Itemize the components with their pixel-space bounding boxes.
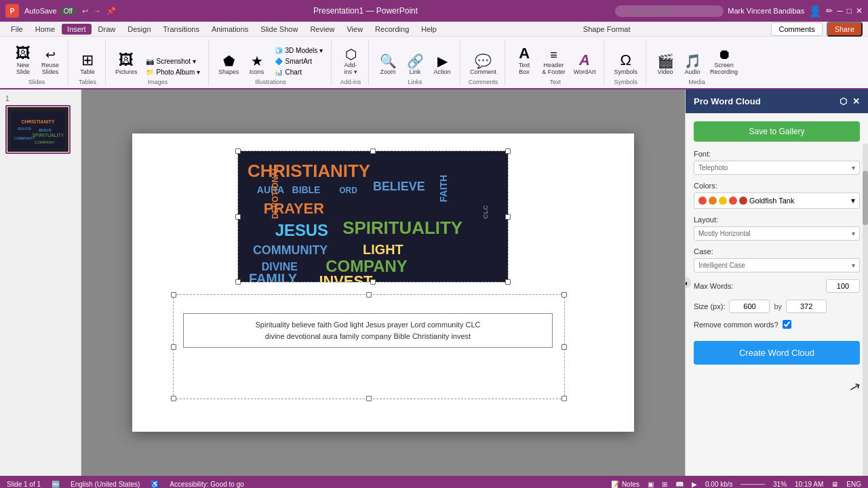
ribbon-group-media: 🎬 Video 🎵 Audio ⏺ ScreenRecording Media — [648, 39, 746, 85]
panel-expand-icon[interactable]: ⬡ — [840, 96, 847, 106]
main-area: 1 CHRISTIANITY PRAYER JESUS SPIRITUALITY… — [0, 89, 868, 476]
notes-button[interactable]: 📝 Notes — [611, 481, 639, 488]
text-handle-tl[interactable] — [171, 292, 176, 298]
pen-icon[interactable]: ✏ — [826, 6, 833, 16]
color-scheme-select[interactable]: Goldfish Tank ▾ — [694, 192, 860, 209]
screen-recording-button[interactable]: ⏺ ScreenRecording — [707, 39, 741, 77]
menu-file[interactable]: File — [5, 24, 28, 35]
menu-insert[interactable]: Insert — [62, 24, 92, 35]
font-value: Telephoto — [698, 164, 728, 171]
toolbar-icon-3[interactable]: 📌 — [106, 7, 116, 16]
menu-review[interactable]: Review — [304, 24, 340, 35]
svg-text:PRAYER: PRAYER — [18, 127, 32, 131]
menu-transitions[interactable]: Transitions — [158, 24, 205, 35]
maximize-icon[interactable]: □ — [847, 6, 852, 16]
svg-text:CHRISTIANITY: CHRISTIANITY — [22, 119, 55, 124]
keyboard-icon: 🖥 — [831, 481, 838, 488]
text-handle-mr[interactable] — [561, 344, 567, 350]
save-to-gallery-button[interactable]: Save to Gallery — [694, 121, 860, 142]
minimize-icon[interactable]: ─ — [837, 6, 843, 16]
text-handle-bc[interactable] — [366, 396, 372, 401]
view-normal-icon[interactable]: ▣ — [648, 481, 654, 488]
chart-button[interactable]: 📊 Chart — [272, 67, 326, 77]
handle-tr[interactable] — [505, 148, 511, 154]
window-title: Presentation1 — PowerPoint — [121, 6, 610, 16]
menu-help[interactable]: Help — [416, 24, 442, 35]
autosave-toggle[interactable]: Off — [60, 7, 77, 16]
view-slideshow-icon[interactable]: ▶ — [692, 481, 697, 488]
menu-recording[interactable]: Recording — [370, 24, 414, 35]
header-footer-button[interactable]: ≡ Header& Footer — [539, 39, 568, 77]
menu-design[interactable]: Design — [122, 24, 156, 35]
new-slide-button[interactable]: 🖼 NewSlide — [11, 39, 35, 77]
comments-button[interactable]: Comments — [771, 22, 822, 36]
text-handle-ml[interactable] — [171, 344, 176, 350]
svg-text:COMMUNITY: COMMUNITY — [14, 136, 35, 140]
action-button[interactable]: ▶ Action — [430, 39, 454, 77]
zoom-button[interactable]: 🔍 Zoom — [376, 39, 400, 77]
text-handle-tr[interactable] — [561, 292, 567, 298]
handle-mr[interactable] — [505, 214, 511, 220]
comments-group-label: Comments — [467, 79, 499, 85]
remove-common-checkbox[interactable] — [783, 320, 791, 329]
panel-header: Pro Word Cloud ⬡ ✕ — [686, 89, 868, 113]
slide-thumbnail[interactable]: CHRISTIANITY PRAYER JESUS SPIRITUALITY C… — [5, 105, 71, 154]
spell-check-icon[interactable]: 🔤 — [52, 481, 60, 488]
text-handle-br[interactable] — [561, 396, 567, 401]
audio-button[interactable]: 🎵 Audio — [680, 39, 705, 77]
font-select[interactable]: Telephoto ▾ — [694, 161, 860, 175]
colors-label: Colors: — [694, 182, 860, 190]
size-height-input[interactable] — [786, 300, 827, 313]
photo-album-button[interactable]: 📁 Photo Album ▾ — [143, 67, 203, 77]
reuse-slides-button[interactable]: ↩ ReuseSlides — [38, 39, 62, 77]
text-handle-bl[interactable] — [171, 396, 176, 401]
screenshot-button[interactable]: 📷 Screenshot ▾ — [143, 56, 203, 66]
handle-br[interactable] — [505, 279, 511, 285]
user-name: Mark Vincent Bandibas — [728, 7, 804, 15]
menu-animations[interactable]: Animations — [206, 24, 254, 35]
menu-home[interactable]: Home — [30, 24, 60, 35]
handle-bl[interactable] — [235, 279, 241, 285]
wordart-button[interactable]: A WordArt — [571, 39, 599, 77]
accessibility-icon: ♿ — [151, 481, 159, 488]
table-button[interactable]: ⊞ Table — [75, 39, 100, 77]
addins-button[interactable]: ⬡ Add-ins ▾ — [338, 39, 363, 77]
max-words-input[interactable] — [826, 279, 860, 293]
text-handle-tc[interactable] — [366, 292, 372, 298]
case-select[interactable]: Intelligent Case ▾ — [694, 258, 860, 272]
svg-text:SPIRITUALITY: SPIRITUALITY — [342, 218, 462, 237]
size-width-input[interactable] — [729, 300, 770, 313]
text-box-button[interactable]: A TextBox — [512, 39, 536, 77]
video-button[interactable]: 🎬 Video — [653, 39, 677, 77]
3d-models-button[interactable]: 🧊 3D Models ▾ — [272, 45, 326, 56]
close-icon[interactable]: ✕ — [856, 6, 863, 16]
view-reading-icon[interactable]: 📖 — [675, 481, 684, 488]
panel-scrollbar-thumb[interactable] — [863, 171, 868, 225]
menu-shape-format[interactable]: Shape Format — [578, 24, 636, 35]
icons-button[interactable]: ★ Icons — [245, 39, 269, 77]
smartart-button[interactable]: 🔷 SmartArt — [272, 56, 326, 66]
toolbar-icon-1[interactable]: ↩ — [82, 7, 88, 16]
handle-tl[interactable] — [235, 148, 241, 154]
menu-slideshow[interactable]: Slide Show — [255, 24, 303, 35]
panel-scrollbar-track[interactable] — [863, 144, 868, 476]
symbols-button[interactable]: Ω Symbols — [611, 39, 640, 77]
word-cloud-container[interactable]: CHRISTIANITY AURA BIBLE ORD BELIEVE FAIT… — [237, 150, 509, 283]
pictures-button[interactable]: 🖼 Pictures — [113, 39, 140, 77]
share-button[interactable]: Share — [827, 22, 863, 37]
search-input[interactable] — [615, 5, 724, 17]
handle-ml[interactable] — [235, 214, 241, 220]
svg-text:PRAYER: PRAYER — [264, 200, 324, 217]
panel-close-button[interactable]: ✕ — [852, 96, 860, 106]
menu-view[interactable]: View — [341, 24, 368, 35]
menu-draw[interactable]: Draw — [93, 24, 121, 35]
handle-tc[interactable] — [370, 148, 376, 154]
layout-select[interactable]: Mostly Horizontal ▾ — [694, 226, 860, 241]
link-button[interactable]: 🔗 Link — [403, 39, 427, 77]
shapes-button[interactable]: ⬟ Shapes — [216, 39, 242, 77]
handle-bc[interactable] — [370, 279, 376, 285]
create-word-cloud-button[interactable]: Create Word Cloud — [694, 341, 860, 365]
toolbar-icon-2[interactable]: → — [94, 7, 101, 15]
comment-button[interactable]: 💬 Comment — [467, 39, 499, 77]
view-slide-sorter-icon[interactable]: ⊞ — [662, 481, 667, 488]
